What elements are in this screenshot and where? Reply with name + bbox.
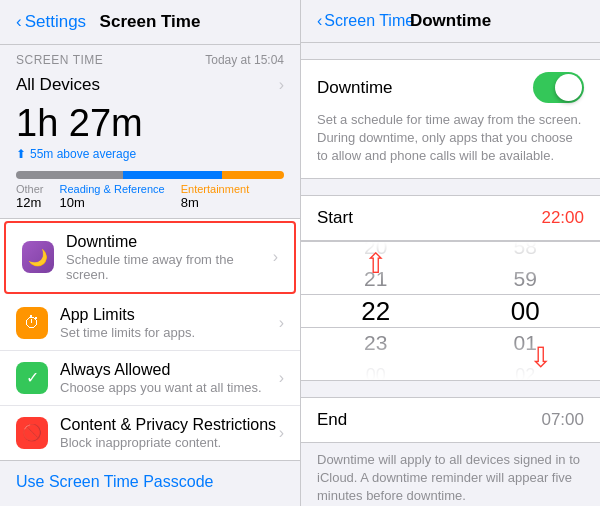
bar-label-entertainment-time: 8m	[181, 195, 249, 210]
progress-bar-container	[0, 165, 300, 181]
downtime-subtitle: Schedule time away from the screen.	[66, 252, 273, 282]
end-description: Downtime will apply to all devices signe…	[301, 443, 600, 506]
time-display: 1h 27m ⬆ 55m above average	[0, 99, 300, 165]
content-privacy-icon: 🚫	[16, 417, 48, 449]
end-time-row[interactable]: End 07:00	[301, 397, 600, 443]
downtime-title: Downtime	[66, 233, 273, 251]
downtime-toggle[interactable]	[533, 72, 584, 103]
start-value: 22:00	[541, 208, 584, 228]
toggle-thumb	[555, 74, 582, 101]
picker-minutes-col[interactable]: 57 58 59 00 01 02 03	[451, 241, 601, 381]
downtime-row: Downtime	[317, 72, 584, 103]
right-content: Downtime Set a schedule for time away fr…	[301, 43, 600, 506]
app-limits-icon: ⏱	[16, 307, 48, 339]
bar-entertainment	[222, 171, 284, 179]
bar-label-entertainment-name: Entertainment	[181, 183, 249, 195]
end-label: End	[317, 410, 347, 430]
right-panel: ‹ Screen Time Downtime Downtime Set a sc…	[300, 0, 600, 506]
picker-columns: 19 20 21 22 23 00 01 57 58 59 00 01 02 0…	[301, 241, 600, 381]
downtime-section-title: Downtime	[317, 78, 393, 98]
content-privacy-text: Content & Privacy Restrictions Block ina…	[60, 416, 279, 450]
avg-icon: ⬆	[16, 147, 26, 161]
screen-time-date: Today at 15:04	[205, 53, 284, 67]
screen-time-back-label: Screen Time	[324, 12, 414, 30]
picker-down-arrow: ⇩	[529, 344, 552, 372]
menu-item-content-privacy[interactable]: 🚫 Content & Privacy Restrictions Block i…	[0, 406, 300, 460]
picker-hour-00: 00	[301, 359, 451, 381]
screen-time-back-button[interactable]: ‹ Screen Time	[317, 12, 414, 30]
bar-label-other-time: 12m	[16, 195, 44, 210]
bar-label-reading-name: Reading & Reference	[60, 183, 165, 195]
always-allowed-title: Always Allowed	[60, 361, 279, 379]
menu-item-app-limits[interactable]: ⏱ App Limits Set time limits for apps. ›	[0, 296, 300, 351]
always-allowed-text: Always Allowed Choose apps you want at a…	[60, 361, 279, 395]
picker-min-58: 58	[451, 241, 601, 263]
big-time: 1h 27m	[16, 103, 284, 145]
downtime-toggle-section: Downtime Set a schedule for time away fr…	[301, 59, 600, 179]
left-nav-title: Screen Time	[100, 12, 201, 32]
picker-min-02: 02	[451, 359, 601, 381]
app-limits-chevron-icon: ›	[279, 314, 284, 332]
start-label: Start	[317, 208, 353, 228]
bar-reading	[123, 171, 222, 179]
always-allowed-subtitle: Choose apps you want at all times.	[60, 380, 279, 395]
chevron-left-icon: ‹	[16, 12, 22, 32]
menu-list: 🌙 Downtime Schedule time away from the s…	[0, 218, 300, 461]
bar-label-reading: Reading & Reference 10m	[60, 183, 165, 210]
device-selector[interactable]: All Devices ›	[0, 71, 300, 99]
bar-label-other: Other 12m	[16, 183, 44, 210]
app-limits-title: App Limits	[60, 306, 279, 324]
menu-item-downtime[interactable]: 🌙 Downtime Schedule time away from the s…	[4, 221, 296, 294]
right-chevron-left-icon: ‹	[317, 12, 322, 30]
content-privacy-chevron-icon: ›	[279, 424, 284, 442]
downtime-description: Set a schedule for time away from the sc…	[317, 111, 584, 166]
app-limits-subtitle: Set time limits for apps.	[60, 325, 279, 340]
content-privacy-title: Content & Privacy Restrictions	[60, 416, 279, 434]
always-allowed-icon: ✓	[16, 362, 48, 394]
progress-bar	[16, 171, 284, 179]
picker-hour-22: 22	[301, 295, 451, 327]
screen-time-label: SCREEN TIME	[16, 53, 103, 67]
device-label: All Devices	[16, 75, 100, 95]
picker-min-00: 00	[451, 295, 601, 327]
start-time-row[interactable]: Start 22:00	[301, 195, 600, 241]
device-chevron-icon: ›	[279, 76, 284, 94]
left-panel: ‹ Settings Screen Time SCREEN TIME Today…	[0, 0, 300, 506]
picker-min-01: 01	[451, 327, 601, 359]
right-nav-bar: ‹ Screen Time Downtime	[301, 0, 600, 43]
left-nav-bar: ‹ Settings Screen Time	[0, 0, 300, 45]
downtime-chevron-icon: ›	[273, 248, 278, 266]
bar-label-entertainment: Entertainment 8m	[181, 183, 249, 210]
bar-label-reading-time: 10m	[60, 195, 165, 210]
picker-hour-23: 23	[301, 327, 451, 359]
picker-up-arrow: ⇧	[364, 250, 387, 278]
bar-labels: Other 12m Reading & Reference 10m Entert…	[0, 181, 300, 218]
end-value: 07:00	[541, 410, 584, 430]
content-privacy-subtitle: Block inappropriate content.	[60, 435, 279, 450]
bar-label-other-name: Other	[16, 183, 44, 195]
app-limits-text: App Limits Set time limits for apps.	[60, 306, 279, 340]
screen-time-header: SCREEN TIME Today at 15:04	[0, 45, 300, 71]
settings-back-label: Settings	[25, 12, 86, 32]
always-allowed-chevron-icon: ›	[279, 369, 284, 387]
downtime-text: Downtime Schedule time away from the scr…	[66, 233, 273, 282]
above-average: ⬆ 55m above average	[16, 147, 284, 161]
bar-other	[16, 171, 123, 179]
avg-text: 55m above average	[30, 147, 136, 161]
settings-back-button[interactable]: ‹ Settings	[16, 12, 86, 32]
picker-min-59: 59	[451, 263, 601, 295]
right-nav-title: Downtime	[410, 11, 491, 31]
downtime-icon: 🌙	[22, 241, 54, 273]
time-picker[interactable]: ⇧ ⇩ 19 20 21 22 23 00 01 57 58 59	[301, 241, 600, 381]
menu-item-always-allowed[interactable]: ✓ Always Allowed Choose apps you want at…	[0, 351, 300, 406]
passcode-link[interactable]: Use Screen Time Passcode	[0, 461, 300, 503]
